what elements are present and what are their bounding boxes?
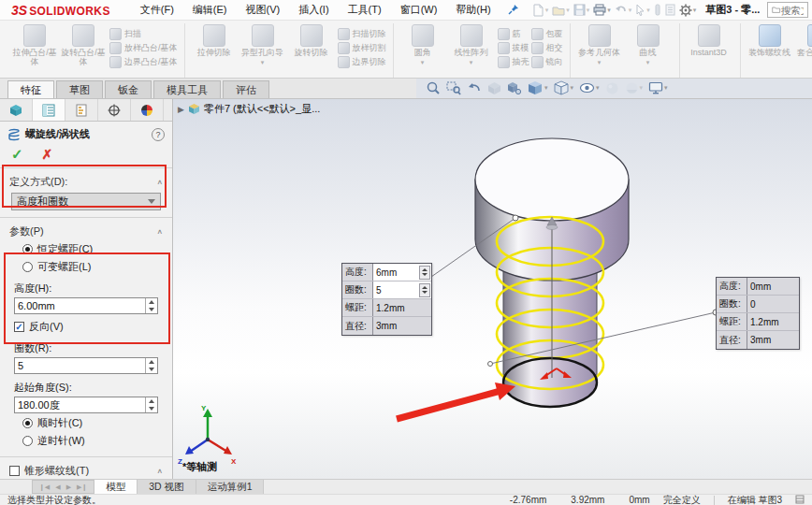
new-document-icon[interactable]: ▾ — [532, 4, 549, 17]
rebuild-icon[interactable] — [654, 4, 661, 16]
lofted-cut-button[interactable]: 放样切割 — [338, 42, 386, 54]
callout-spinner[interactable] — [419, 283, 430, 297]
revolved-boss-button[interactable]: 旋转凸台/基体 — [60, 24, 107, 67]
open-icon[interactable]: ▾ — [552, 5, 570, 16]
hole-wizard-button[interactable]: 异型孔向导▾ — [239, 24, 286, 66]
view-settings-icon[interactable] — [507, 81, 522, 95]
checkbox-unchecked-icon[interactable]: ✓ — [9, 466, 20, 476]
mirror-button[interactable]: 镜向 — [531, 56, 563, 68]
tab-scroll-buttons[interactable]: ❙◀ ◀ ▶ ▶❙ — [32, 480, 94, 494]
cosmetic-thread-button[interactable]: 装饰螺纹线 — [747, 24, 793, 57]
definition-method-dropdown[interactable]: 高度和圈数 — [11, 193, 161, 210]
instant3d-button[interactable]: Instant3D — [686, 24, 732, 57]
property-manager-tab-icon[interactable] — [33, 99, 65, 121]
feature-manager-tab-icon[interactable] — [0, 99, 33, 121]
shell-button[interactable]: 抽壳 — [498, 56, 529, 68]
revolutions-input[interactable] — [15, 358, 145, 373]
start-angle-input[interactable] — [15, 397, 145, 412]
fillet-button[interactable]: 圆角▾ — [399, 24, 446, 66]
counterclockwise-radio[interactable]: 逆时针(W) — [0, 432, 172, 450]
last-tab-icon[interactable]: ▶❙ — [74, 483, 90, 491]
wrap-button[interactable]: 包覆 — [531, 28, 563, 40]
height-input[interactable] — [15, 298, 145, 313]
pin-icon[interactable] — [508, 4, 519, 17]
previous-view-icon[interactable] — [467, 81, 482, 94]
leader-anchor-point[interactable] — [513, 215, 518, 221]
display-style-icon[interactable]: ▾ — [554, 80, 574, 95]
swept-boss-button[interactable]: 扫描 — [109, 28, 178, 40]
boss-extrude-button[interactable]: 拉伸凸台/基体 — [11, 24, 58, 67]
display-manager-tab-icon[interactable] — [131, 99, 164, 121]
next-tab-icon[interactable]: ▶ — [64, 483, 74, 491]
tab-motion-study[interactable]: 运动算例1 — [196, 480, 265, 494]
section-view-icon[interactable] — [487, 81, 501, 95]
rib-button[interactable]: 筋 — [498, 28, 529, 40]
help-icon[interactable]: ? — [152, 128, 165, 141]
tab-evaluate[interactable]: 评估 — [223, 80, 269, 98]
extruded-cut-button[interactable]: 拉伸切除 — [191, 24, 238, 57]
first-tab-icon[interactable]: ❙◀ — [36, 483, 52, 491]
boundary-boss-button[interactable]: 边界凸台/基体 — [109, 56, 178, 68]
prev-tab-icon[interactable]: ◀ — [52, 483, 63, 491]
undo-icon[interactable]: ▾ — [615, 5, 632, 16]
menu-window[interactable]: 窗口(W) — [391, 3, 447, 17]
tab-features[interactable]: 特征 — [7, 80, 54, 98]
curves-button[interactable]: 曲线▾ — [625, 24, 672, 66]
linear-pattern-button[interactable]: 线性阵列▾ — [448, 24, 495, 66]
reverse-direction-checkbox[interactable]: ✓ 反向(V) — [0, 315, 172, 336]
clockwise-radio[interactable]: 顺时针(C) — [0, 414, 172, 432]
apply-scene-icon[interactable]: ▾ — [625, 81, 644, 95]
select-cursor-icon[interactable]: ▾ — [635, 4, 650, 16]
search-input[interactable] — [781, 5, 804, 16]
constant-pitch-radio[interactable]: 恒定螺距(C) — [0, 240, 172, 258]
search-box[interactable] — [767, 2, 808, 18]
dimxpert-manager-tab-icon[interactable] — [98, 99, 131, 121]
tab-sheet-metal[interactable]: 钣金 — [105, 80, 152, 98]
variable-pitch-radio[interactable]: 可变螺距(L) — [0, 258, 172, 276]
reference-geometry-button[interactable]: 参考几何体▾ — [576, 24, 623, 66]
menu-edit[interactable]: 编辑(E) — [183, 3, 237, 17]
fit-spline-button[interactable]: 套合样条曲线 — [795, 24, 812, 67]
swept-cut-button[interactable]: 扫描切除 — [338, 28, 386, 40]
file-properties-icon[interactable] — [665, 4, 675, 16]
tab-3d-views[interactable]: 3D 视图 — [138, 480, 196, 494]
view-orientation-icon[interactable]: ▾ — [528, 80, 548, 95]
edit-appearance-icon[interactable] — [605, 81, 619, 95]
tab-mold-tools[interactable]: 模具工具 — [153, 80, 221, 98]
zoom-area-icon[interactable] — [446, 80, 461, 95]
zoom-fit-icon[interactable] — [426, 80, 441, 95]
taper-helix-group-header[interactable]: ✓ 锥形螺纹线(T) ∧ — [0, 457, 172, 480]
draft-button[interactable]: 拔模 — [498, 42, 529, 54]
print-icon[interactable]: ▾ — [593, 4, 611, 16]
parameters-group-header[interactable]: 参数(P) ∧ — [0, 218, 172, 240]
revolutions-spinner[interactable] — [145, 358, 157, 373]
menu-insert[interactable]: 插入(I) — [289, 3, 338, 17]
menu-tools[interactable]: 工具(T) — [339, 3, 391, 17]
save-icon[interactable]: ▾ — [573, 4, 590, 16]
ribbon: 拉伸凸台/基体 旋转凸台/基体 扫描 放样凸台/基体 边界凸台/基体 拉伸切除 … — [0, 21, 812, 79]
status-grid-icon[interactable] — [795, 495, 805, 505]
graphics-viewport[interactable]: ▶ 零件7 (默认<<默认>_显... — [173, 99, 812, 479]
hide-show-items-icon[interactable]: ▾ — [579, 82, 600, 94]
menu-file[interactable]: 文件(F) — [131, 3, 183, 17]
lofted-boss-button[interactable]: 放样凸台/基体 — [109, 42, 178, 54]
leader-anchor-point[interactable] — [488, 362, 493, 367]
ok-button[interactable]: ✓ — [11, 146, 23, 163]
menu-help[interactable]: 帮助(H) — [446, 3, 500, 17]
menu-view[interactable]: 视图(V) — [237, 3, 290, 17]
cancel-button[interactable]: ✗ — [42, 147, 53, 162]
height-spinner[interactable] — [145, 298, 157, 313]
start-angle-spinner[interactable] — [145, 397, 157, 412]
tab-sketch[interactable]: 草图 — [56, 80, 103, 98]
configuration-manager-tab-icon[interactable] — [65, 99, 98, 121]
definition-group-header[interactable]: 定义方式(D): ∧ — [0, 168, 172, 191]
reference-geometry-icon — [588, 24, 611, 47]
tab-model[interactable]: 模型 — [94, 480, 138, 494]
intersect-button[interactable]: 相交 — [531, 42, 563, 54]
revolved-cut-button[interactable]: 旋转切除 — [288, 24, 335, 57]
view-settings-monitor-icon[interactable]: ▾ — [648, 81, 668, 94]
callout-spinner[interactable] — [419, 266, 430, 280]
chevron-up-icon: ∧ — [156, 228, 163, 236]
options-gear-icon[interactable]: ▾ — [679, 4, 697, 17]
boundary-cut-button[interactable]: 边界切除 — [338, 56, 386, 68]
